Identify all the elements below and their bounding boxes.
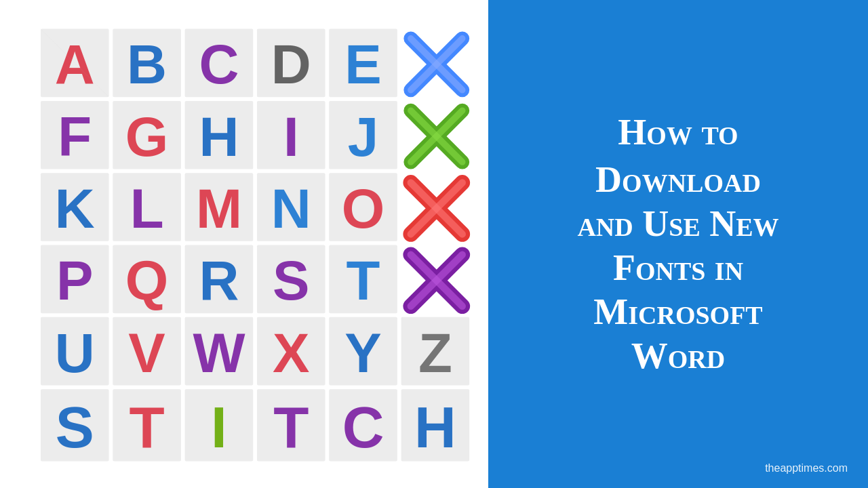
title-line-1: How to <box>577 110 778 155</box>
title-line-5: Microsoft <box>577 290 778 334</box>
stitch-svg: A A A .cs-bg { fill: #e8e8e8; } .cs-lett… <box>24 24 488 468</box>
title-line-4: Fonts in <box>577 246 778 290</box>
svg-text:Q: Q <box>125 249 169 311</box>
svg-text:T: T <box>347 249 380 311</box>
svg-text:S: S <box>56 395 94 460</box>
svg-text:H: H <box>199 106 239 167</box>
svg-text:T: T <box>273 395 309 460</box>
svg-text:F: F <box>58 106 92 167</box>
title-line-3: and Use New <box>577 202 778 246</box>
svg-text:G: G <box>125 106 169 167</box>
svg-text:L: L <box>130 178 164 239</box>
svg-text:O: O <box>342 178 384 239</box>
title-line-2: Download <box>577 158 778 202</box>
svg-text:R: R <box>199 249 239 311</box>
website-label: theapptimes.com <box>765 462 848 474</box>
stitch-illustration: A A A .cs-bg { fill: #e8e8e8; } .cs-lett… <box>14 14 475 474</box>
svg-text:M: M <box>196 178 242 239</box>
svg-text:C: C <box>199 33 239 95</box>
svg-text:X: X <box>273 322 309 384</box>
svg-text:B: B <box>127 33 167 95</box>
svg-text:J: J <box>348 106 378 167</box>
svg-text:N: N <box>271 178 311 239</box>
title-block: How to Download and Use New Fonts in Mic… <box>577 110 778 378</box>
title-line-6: Word <box>577 334 778 378</box>
svg-text:A: A <box>55 33 95 95</box>
svg-text:Y: Y <box>344 322 381 384</box>
svg-text:S: S <box>273 249 309 311</box>
svg-text:T: T <box>130 395 165 460</box>
svg-text:V: V <box>128 322 165 384</box>
svg-text:I: I <box>283 106 299 167</box>
svg-text:C: C <box>342 395 384 460</box>
svg-text:K: K <box>55 178 95 239</box>
svg-text:H: H <box>414 395 456 460</box>
right-panel: How to Download and Use New Fonts in Mic… <box>488 0 868 488</box>
svg-text:W: W <box>193 322 245 384</box>
left-panel: A A A .cs-bg { fill: #e8e8e8; } .cs-lett… <box>0 0 488 488</box>
svg-text:U: U <box>55 322 95 384</box>
svg-text:I: I <box>211 395 227 460</box>
svg-text:Z: Z <box>418 322 452 384</box>
svg-text:D: D <box>271 33 311 95</box>
svg-text:E: E <box>344 33 381 95</box>
svg-text:P: P <box>56 249 93 311</box>
